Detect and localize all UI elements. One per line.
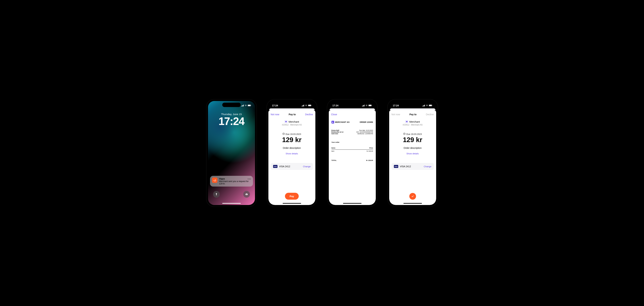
svg-point-9 (246, 194, 247, 195)
kid-label: KID: (356, 131, 359, 133)
battery-icon (429, 104, 432, 107)
total-label: TOTAL (332, 160, 337, 161)
change-card-link[interactable]: Change (303, 165, 311, 168)
svg-rect-1 (242, 106, 242, 106)
wifi-icon (365, 104, 368, 107)
phone-pay-sheet: 17:24 Not now Pay to Decline (267, 99, 317, 207)
svg-rect-25 (368, 105, 371, 106)
background-sheet (269, 108, 315, 110)
battery-icon (248, 104, 251, 107)
merchant-name: Merchant (409, 120, 420, 123)
svg-rect-22 (363, 105, 364, 106)
merchant-name: Merchant (288, 120, 299, 123)
vipps-app-icon (212, 178, 218, 183)
success-check-icon (409, 193, 416, 200)
invoice-total-row: TOTAL kr 129,00 (332, 160, 373, 161)
flashlight-button[interactable] (213, 191, 220, 198)
status-time: 17:24 (332, 104, 338, 107)
customer-name: Emma Dahl (332, 130, 344, 131)
item-price: kr 129,00 (367, 150, 373, 152)
svg-rect-3 (243, 105, 244, 106)
svg-rect-2 (242, 105, 243, 106)
invoice-merchant: MERCHANT AS (335, 121, 350, 123)
svg-rect-18 (285, 121, 287, 122)
background-sheet (330, 108, 375, 110)
notch (283, 103, 301, 107)
pay-button[interactable]: Pay (285, 193, 299, 200)
merchant-subtitle: #23412 · Merchant AS (392, 124, 434, 126)
item-name: Item (332, 150, 334, 152)
status-time: 17:24 (393, 104, 399, 107)
due-label: Due date: (359, 130, 366, 131)
price-header: Price (369, 147, 373, 149)
table-row: Item kr 129,00 (332, 150, 373, 153)
battery-icon (308, 104, 312, 107)
not-now-button[interactable]: Not now (271, 113, 279, 116)
items-header: Items (332, 147, 336, 149)
decline-button-disabled: Decline (426, 113, 434, 116)
notification-app: Vipps (219, 178, 225, 180)
svg-rect-17 (311, 105, 312, 106)
lock-time: 17:24 (208, 116, 255, 127)
svg-rect-6 (251, 105, 251, 106)
due-date: Due 19.03.2023 (406, 133, 422, 136)
show-details-link[interactable]: Show details (271, 152, 313, 155)
phone-lockscreen: Thursday, June 15 17:24 Vipps now Mercha… (206, 99, 257, 207)
clock-icon (282, 133, 285, 136)
svg-rect-16 (308, 105, 311, 106)
home-indicator[interactable] (404, 203, 422, 204)
bank-label: Bankkonto: (358, 133, 365, 134)
svg-rect-0 (241, 106, 242, 106)
wifi-icon (305, 104, 307, 107)
notch (404, 103, 422, 107)
svg-rect-34 (432, 105, 432, 106)
wifi-icon (426, 104, 428, 107)
payment-card-selector[interactable]: VISA VISA 2412 Change (392, 163, 434, 170)
phone-pay-success: 17:24 Not now Pay to Decline (388, 99, 438, 207)
signal-icon (241, 104, 244, 107)
svg-rect-26 (372, 105, 372, 106)
svg-rect-20 (362, 106, 362, 106)
total-value: kr 129,00 (366, 160, 373, 161)
change-card-link[interactable]: Change (424, 165, 432, 168)
home-indicator[interactable] (343, 203, 362, 204)
svg-rect-13 (303, 105, 304, 106)
customer-address-1: Brettesville vei 12 (332, 131, 344, 133)
status-time: 17:24 (272, 104, 278, 107)
not-now-button-disabled: Not now (392, 113, 400, 116)
invoice-order-number: ORDER 123456 (360, 121, 373, 123)
bank-value: 1234566789 (365, 133, 373, 134)
kid-value: 10102030405060708 (360, 131, 373, 133)
signal-icon (362, 104, 365, 107)
merchant-logo-icon (332, 121, 334, 124)
home-indicator[interactable] (283, 203, 301, 204)
svg-rect-27 (332, 122, 333, 123)
sheet-title: Pay to (410, 113, 416, 116)
close-button[interactable]: Close (331, 113, 337, 116)
show-details-link[interactable]: Show details (392, 152, 434, 155)
customer-address-2: 0234 Oslo (332, 133, 344, 134)
clock-icon (403, 133, 406, 136)
notification-message: Merchant sent you a request for 129 kr. (219, 180, 251, 185)
signal-icon (422, 104, 425, 107)
table-header: Items Price (332, 146, 373, 150)
svg-rect-23 (364, 105, 364, 106)
sheet-title: Pay to (289, 113, 296, 116)
payment-card-selector[interactable]: VISA VISA 2412 Change (271, 163, 313, 170)
decline-button[interactable]: Decline (305, 113, 313, 116)
card-name: VISA 2412 (279, 165, 290, 168)
your-order-heading: Your order (332, 141, 373, 143)
svg-rect-29 (423, 106, 424, 106)
visa-icon: VISA (394, 165, 398, 168)
due-date: Due 19.03.2023 (286, 133, 301, 136)
svg-rect-11 (302, 106, 302, 106)
camera-button[interactable] (243, 191, 250, 198)
invoice-sheet: Close MERCHANT AS ORDER 123456 (329, 110, 376, 205)
signal-icon (302, 104, 304, 107)
wifi-icon (244, 104, 247, 107)
notification[interactable]: Vipps now Merchant sent you a request fo… (210, 176, 253, 186)
background-sheet (390, 108, 436, 110)
visa-icon: VISA (273, 165, 278, 168)
svg-rect-28 (422, 106, 423, 106)
amount: 129 kr (271, 136, 313, 144)
